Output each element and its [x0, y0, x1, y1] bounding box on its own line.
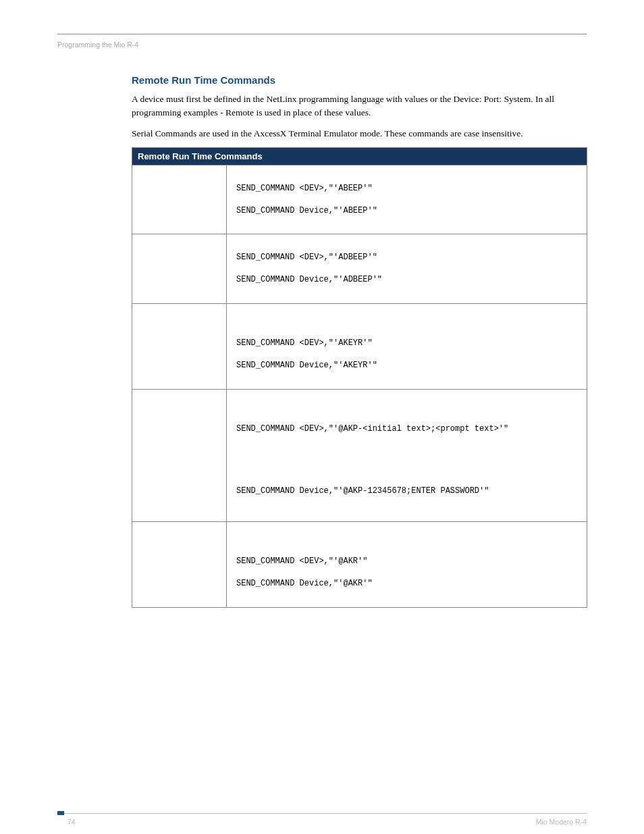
table-row: SEND_COMMAND <DEV>,"'ADBEEP'" SEND_COMMA…: [132, 234, 587, 304]
running-header: Programming the Mio R-4: [57, 41, 138, 49]
code-example: SEND_COMMAND Device,"'@AKR'": [236, 578, 580, 590]
top-rule: [57, 34, 587, 34]
table-cell-right: SEND_COMMAND <DEV>,"'@AKR'" SEND_COMMAND…: [227, 522, 587, 608]
footer-doc-title: Mio Modero R-4: [536, 818, 587, 826]
code-example: SEND_COMMAND Device,"'ABEEP'": [236, 205, 580, 217]
code-syntax: SEND_COMMAND <DEV>,"'@AKR'": [236, 556, 580, 567]
code-syntax: SEND_COMMAND <DEV>,"'ABEEP'": [236, 183, 580, 194]
table-cell-right: SEND_COMMAND <DEV>,"'ADBEEP'" SEND_COMMA…: [227, 234, 587, 304]
table-cell-right: SEND_COMMAND <DEV>,"'@AKP-<initial text>…: [227, 389, 587, 522]
code-syntax: SEND_COMMAND <DEV>,"'AKEYR'": [236, 338, 580, 349]
table-cell-left: [132, 389, 227, 522]
main-content: Remote Run Time Commands A device must f…: [132, 74, 587, 608]
footer-accent: [57, 811, 64, 815]
page-number: 74: [68, 818, 76, 826]
code-example: SEND_COMMAND Device,"'ADBEEP'": [236, 274, 580, 286]
intro-para-2: Serial Commands are used in the AxcessX …: [132, 127, 587, 140]
code-example: SEND_COMMAND Device,"'AKEYR'": [236, 360, 580, 371]
section-heading: Remote Run Time Commands: [132, 74, 587, 86]
table-row: SEND_COMMAND <DEV>,"'ABEEP'" SEND_COMMAN…: [132, 165, 587, 234]
table-row: SEND_COMMAND <DEV>,"'@AKP-<initial text>…: [132, 389, 587, 522]
table-cell-right: SEND_COMMAND <DEV>,"'AKEYR'" SEND_COMMAN…: [227, 303, 587, 389]
table-row: SEND_COMMAND <DEV>,"'AKEYR'" SEND_COMMAN…: [132, 303, 587, 389]
table-cell-left: [132, 234, 227, 304]
table-title: Remote Run Time Commands: [132, 147, 587, 165]
table-cell-left: [132, 165, 227, 234]
table-cell-left: [132, 522, 227, 608]
table-cell-left: [132, 303, 227, 389]
intro-para-1: A device must first be defined in the Ne…: [132, 93, 587, 120]
footer-rule: [57, 812, 587, 814]
code-syntax: SEND_COMMAND <DEV>,"'@AKP-<initial text>…: [236, 423, 580, 435]
table-row: SEND_COMMAND <DEV>,"'@AKR'" SEND_COMMAND…: [132, 522, 587, 608]
table-cell-right: SEND_COMMAND <DEV>,"'ABEEP'" SEND_COMMAN…: [227, 165, 587, 234]
commands-table: Remote Run Time Commands SEND_COMMAND <D…: [132, 147, 587, 608]
code-syntax: SEND_COMMAND <DEV>,"'ADBEEP'": [236, 252, 580, 263]
code-example: SEND_COMMAND Device,"'@AKP-12345678;ENTE…: [236, 486, 580, 497]
